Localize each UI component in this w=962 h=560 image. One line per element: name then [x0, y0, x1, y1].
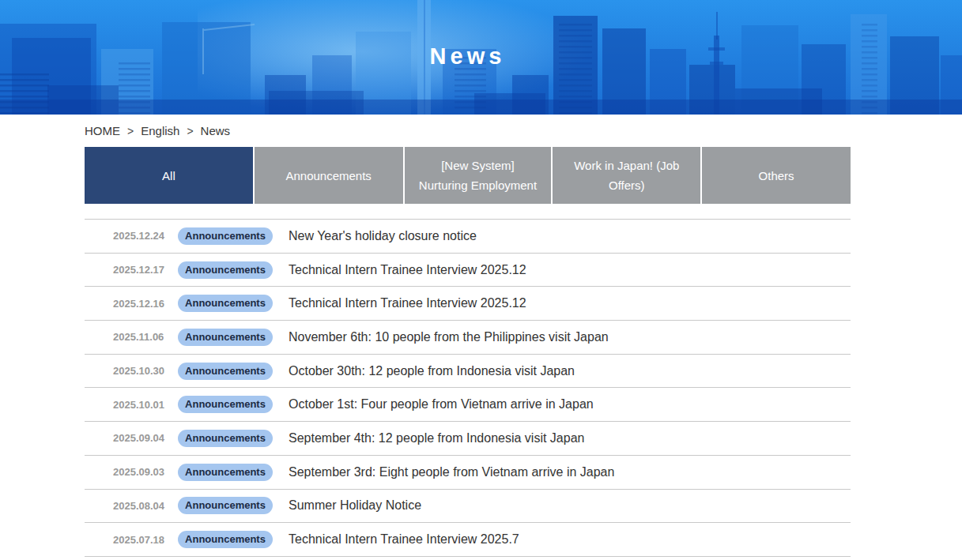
tab-label: Work in Japan! (Job Offers): [564, 156, 689, 195]
news-row[interactable]: 2025.11.06AnnouncementsNovember 6th: 10 …: [85, 321, 851, 355]
breadcrumb-separator: >: [187, 125, 193, 137]
breadcrumb-item-home[interactable]: HOME: [85, 124, 120, 137]
news-item-title: October 30th: 12 people from Indonesia v…: [289, 364, 575, 378]
news-item-title: Summer Holiday Notice: [289, 498, 421, 513]
news-date: 2025.09.04: [113, 432, 164, 444]
news-item-title: New Year's holiday closure notice: [289, 229, 477, 243]
tab-label: All: [162, 166, 175, 186]
news-item-title: Technical Intern Trainee Interview 2025.…: [289, 263, 526, 277]
tab-new-system-nurturing-employment[interactable]: [New System] Nurturing Employment: [405, 147, 552, 204]
news-item-title: September 3rd: Eight people from Vietnam…: [289, 465, 614, 479]
news-category-badge: Announcements: [178, 227, 273, 245]
tab-label: Announcements: [285, 166, 371, 186]
news-category-badge: Announcements: [178, 295, 273, 312]
news-item-title: September 4th: 12 people from Indonesia …: [289, 431, 584, 445]
news-item-title: Technical Intern Trainee Interview 2025.…: [289, 532, 519, 547]
news-list: 2025.12.24AnnouncementsNew Year's holida…: [85, 219, 851, 557]
news-category-badge: Announcements: [178, 430, 273, 447]
breadcrumb: HOME>English>News: [85, 122, 851, 139]
news-date: 2025.11.06: [113, 331, 164, 343]
news-date: 2025.12.17: [113, 264, 164, 276]
page-banner: News: [0, 0, 962, 115]
news-date: 2025.12.16: [113, 298, 164, 310]
tab-others[interactable]: Others: [702, 147, 851, 204]
news-category-badge: Announcements: [178, 363, 273, 380]
news-row[interactable]: 2025.12.24AnnouncementsNew Year's holida…: [85, 220, 851, 254]
news-category-badge: Announcements: [178, 531, 273, 548]
breadcrumb-item-english[interactable]: English: [141, 124, 179, 137]
news-date: 2025.10.30: [113, 365, 164, 377]
news-date: 2025.07.18: [113, 534, 164, 546]
news-category-badge: Announcements: [178, 464, 273, 481]
news-row[interactable]: 2025.09.03AnnouncementsSeptember 3rd: Ei…: [85, 456, 851, 490]
tab-work-in-japan-job-offers[interactable]: Work in Japan! (Job Offers): [553, 147, 700, 204]
news-row[interactable]: 2025.12.17AnnouncementsTechnical Intern …: [85, 254, 851, 288]
tab-label: [New System] Nurturing Employment: [416, 156, 541, 195]
tab-label: Others: [759, 166, 794, 186]
news-date: 2025.12.24: [113, 230, 164, 242]
news-row[interactable]: 2025.09.04AnnouncementsSeptember 4th: 12…: [85, 422, 851, 456]
news-date: 2025.10.01: [113, 399, 164, 411]
news-row[interactable]: 2025.10.30AnnouncementsOctober 30th: 12 …: [85, 355, 851, 389]
news-date: 2025.08.04: [113, 500, 164, 512]
breadcrumb-separator: >: [127, 125, 134, 137]
news-item-title: October 1st: Four people from Vietnam ar…: [289, 397, 594, 412]
news-category-badge: Announcements: [178, 261, 273, 279]
news-row[interactable]: 2025.12.16AnnouncementsTechnical Intern …: [85, 287, 851, 321]
page-title: News: [85, 43, 851, 70]
news-category-badge: Announcements: [178, 497, 273, 514]
tab-all[interactable]: All: [85, 147, 253, 204]
category-tabs: AllAnnouncements[New System] Nurturing E…: [85, 147, 851, 204]
news-item-title: Technical Intern Trainee Interview 2025.…: [289, 296, 526, 310]
news-row[interactable]: 2025.07.18AnnouncementsTechnical Intern …: [85, 523, 851, 557]
news-category-badge: Announcements: [178, 329, 273, 346]
news-item-title: November 6th: 10 people from the Philipp…: [289, 330, 609, 344]
news-category-badge: Announcements: [178, 396, 273, 413]
news-row[interactable]: 2025.10.01AnnouncementsOctober 1st: Four…: [85, 388, 851, 422]
main-content: HOME>English>News AllAnnouncements[New S…: [85, 122, 851, 557]
news-row[interactable]: 2025.08.04AnnouncementsSummer Holiday No…: [85, 490, 851, 524]
breadcrumb-item-news: News: [201, 124, 231, 137]
news-date: 2025.09.03: [113, 466, 164, 478]
tab-announcements[interactable]: Announcements: [255, 147, 403, 204]
